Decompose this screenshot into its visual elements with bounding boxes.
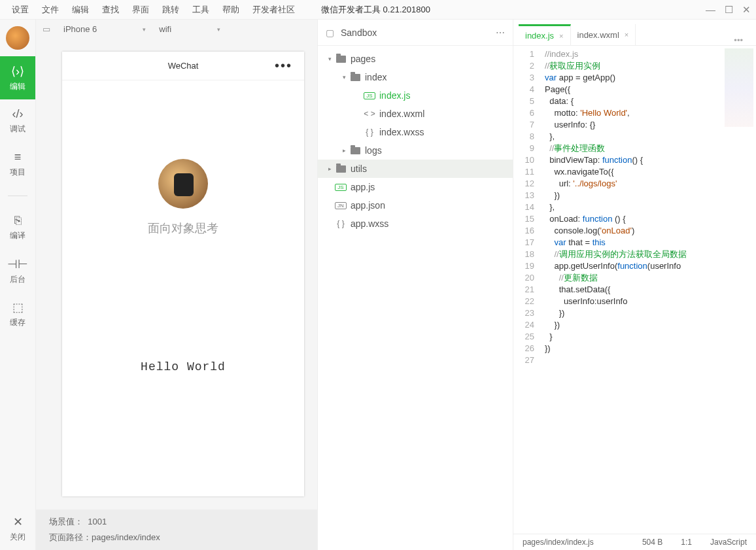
menu-开发者社区[interactable]: 开发者社区 — [246, 4, 301, 16]
menu-编辑[interactable]: 编辑 — [65, 4, 95, 16]
file-pages[interactable]: ▾pages — [318, 50, 513, 68]
explorer-more[interactable]: ⋯ — [496, 27, 505, 38]
editor-tabs: index.js×index.wxml× ••• — [513, 20, 756, 46]
close-button[interactable]: ✕ — [742, 4, 751, 16]
menu-工具[interactable]: 工具 — [186, 4, 216, 16]
file-index[interactable]: ▾index — [318, 68, 513, 86]
file-app.wxss[interactable]: { }app.wxss — [318, 215, 513, 233]
chevron-down-icon: ▾ — [217, 26, 220, 33]
status-size: 504 B — [642, 538, 662, 547]
status-language: JavaScript — [710, 538, 747, 547]
phone-navbar: WeChat ••• — [62, 52, 304, 80]
sandbox-icon: ▢ — [326, 27, 334, 38]
menu-bar: 设置文件编辑查找界面跳转工具帮助开发者社区 微信开发者工具 0.21.20180… — [0, 0, 756, 20]
menu-跳转[interactable]: 跳转 — [156, 4, 186, 16]
phone-motto: Hello World — [141, 360, 226, 373]
code-icon: ⟨›⟩ — [11, 64, 24, 78]
tab-close-icon[interactable]: × — [559, 32, 563, 40]
tab-close-icon[interactable]: × — [625, 31, 628, 39]
maximize-button[interactable]: ☐ — [725, 4, 733, 16]
close-icon: ✕ — [13, 515, 23, 529]
explorer-title: Sandbox — [341, 27, 377, 38]
more-icon[interactable]: ••• — [275, 58, 292, 73]
preview-panel: ▭ iPhone 6▾ wifi▾ WeChat ••• 面向对象思考 Hell… — [36, 20, 317, 550]
menu-文件[interactable]: 文件 — [35, 4, 65, 16]
minimize-button[interactable]: — — [706, 4, 715, 16]
menu-查找[interactable]: 查找 — [95, 4, 126, 16]
menu-帮助[interactable]: 帮助 — [216, 4, 246, 16]
cache-icon: ⬚ — [12, 300, 24, 315]
phone-title: WeChat — [168, 61, 199, 71]
phone-username: 面向对象思考 — [148, 220, 218, 236]
status-path: pages/index/index.js — [523, 538, 594, 547]
tabs-more[interactable]: ••• — [726, 35, 751, 45]
file-utils[interactable]: ▸utils — [318, 160, 513, 178]
file-index.wxss[interactable]: { }index.wxss — [318, 123, 513, 141]
nav-debug[interactable]: ‹/›调试 — [0, 99, 35, 143]
nav-close[interactable]: ✕关闭 — [0, 507, 35, 550]
tab-index.js[interactable]: index.js× — [519, 24, 571, 45]
nav-project[interactable]: ≡项目 — [0, 143, 35, 186]
user-avatar[interactable] — [6, 26, 29, 50]
code-content[interactable]: //index.js //获取应用实例 var app = getApp() P… — [541, 46, 756, 534]
menu-界面[interactable]: 界面 — [126, 4, 156, 16]
network-select[interactable]: wifi▾ — [159, 24, 220, 34]
code-editor: index.js×index.wxml× ••• 123456789101112… — [513, 20, 756, 550]
list-icon: ≡ — [14, 150, 22, 164]
file-app.js[interactable]: JSapp.js — [318, 178, 513, 196]
nav-cache[interactable]: ⬚缓存 — [0, 292, 35, 335]
status-position: 1:1 — [681, 538, 692, 547]
nav-background[interactable]: ⊣⊢后台 — [0, 249, 35, 292]
file-index.js[interactable]: JSindex.js — [318, 86, 513, 105]
phone-simulator: WeChat ••• 面向对象思考 Hello World — [62, 52, 304, 496]
nav-compile[interactable]: ⎘编译 — [0, 206, 35, 249]
tab-index.wxml[interactable]: index.wxml× — [571, 24, 636, 45]
line-gutter: 1234567891011121314151617181920212223242… — [513, 46, 541, 534]
window-controls: — ☐ ✕ — [706, 4, 751, 16]
device-select[interactable]: iPhone 6▾ — [63, 24, 146, 34]
background-icon: ⊣⊢ — [7, 257, 28, 271]
menu-设置[interactable]: 设置 — [5, 4, 35, 16]
phone-user-avatar[interactable] — [158, 159, 208, 209]
code-area[interactable]: 1234567891011121314151617181920212223242… — [513, 46, 756, 534]
file-explorer: ▢ Sandbox ⋯ ▾pages▾indexJSindex.js< >ind… — [317, 20, 513, 550]
debug-icon: ‹/› — [12, 107, 24, 121]
minimap[interactable] — [725, 48, 753, 127]
compile-icon: ⎘ — [14, 214, 22, 228]
file-index.wxml[interactable]: < >index.wxml — [318, 105, 513, 123]
nav-edit[interactable]: ⟨›⟩编辑 — [0, 56, 35, 99]
chevron-down-icon: ▾ — [143, 26, 146, 33]
device-toolbar: ▭ iPhone 6▾ wifi▾ — [36, 20, 317, 39]
left-sidebar: ⟨›⟩编辑 ‹/›调试 ≡项目 ⎘编译 ⊣⊢后台 ⬚缓存 ✕关闭 — [0, 20, 36, 550]
file-app.json[interactable]: JNapp.json — [318, 196, 513, 215]
phone-icon: ▭ — [43, 24, 50, 34]
app-title: 微信开发者工具 0.21.201800 — [321, 4, 430, 16]
file-logs[interactable]: ▸logs — [318, 141, 513, 160]
preview-footer: 场景值： 1001 页面路径：pages/index/index — [36, 509, 317, 550]
status-bar: pages/index/index.js 504 B 1:1 JavaScrip… — [513, 534, 756, 550]
